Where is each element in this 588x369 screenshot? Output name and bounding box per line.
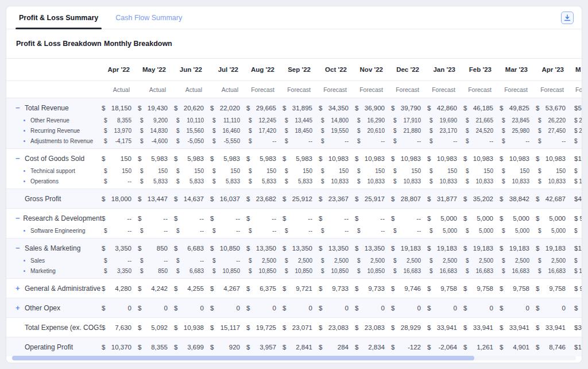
value-cell: $23,071: [283, 320, 319, 335]
dollar-sign: $: [319, 155, 322, 162]
value-text: --: [164, 228, 168, 234]
value-cell: $-2,064: [427, 340, 463, 354]
download-icon: [564, 14, 571, 21]
value-text: 150: [121, 155, 131, 162]
value-text: 53,670: [546, 105, 566, 112]
table-section: Operating Profit$10,370$8,355$3,699$920$…: [6, 337, 582, 356]
value-text: --: [453, 138, 457, 144]
horizontal-scrollbar-thumb[interactable]: [12, 356, 474, 360]
value-text: 2,500: [515, 257, 529, 264]
value-cell: $19,430: [138, 101, 174, 115]
row-label-cell: Recurring Revenue: [6, 125, 102, 136]
accounting-value: $33,941: [536, 324, 566, 331]
accounting-value: $4,280: [102, 285, 131, 292]
dollar-sign: $: [536, 305, 539, 312]
column-header-month: Jul '22: [210, 59, 246, 80]
value-text: 19,183: [509, 245, 529, 252]
value-cell: $36,900: [355, 101, 391, 115]
value-cell: $3,350: [102, 241, 138, 255]
value-text: 150: [411, 168, 421, 174]
accounting-value: $19,183: [427, 245, 457, 252]
accounting-value: $10,850: [321, 268, 349, 274]
dollar-sign: $: [176, 268, 180, 274]
accounting-value: $28,807: [391, 195, 421, 202]
value-cell: $19,183: [463, 241, 500, 255]
value-cell: $--: [319, 211, 355, 225]
row-label: Sales: [30, 257, 45, 264]
accounting-value: $9,721: [283, 285, 312, 292]
value-cell: $--: [283, 136, 319, 146]
value-text: 10,833: [331, 178, 349, 184]
tab-profit-loss-summary[interactable]: Profit & Loss Summary: [16, 14, 102, 29]
row-label: Operations: [30, 178, 59, 184]
horizontal-scrollbar-track[interactable]: [12, 356, 576, 360]
dollar-sign: $: [319, 285, 322, 292]
value-cell: $150: [355, 166, 391, 176]
column-header-period-type: Forecast: [283, 81, 319, 98]
value-cell: $2,841: [283, 340, 319, 354]
download-button[interactable]: [561, 11, 574, 24]
row-label: Technical support: [30, 168, 75, 174]
value-cell: $9,733: [319, 281, 355, 295]
value-cell: $19,725: [246, 320, 283, 335]
value-cell: $23,170: [427, 125, 463, 136]
value-text: 150: [520, 168, 529, 174]
value-text: 20,620: [184, 105, 204, 112]
value-cell: $22,020: [210, 101, 246, 115]
dollar-sign: $: [500, 344, 503, 351]
value-text: 39,790: [401, 105, 421, 112]
dollar-sign: $: [249, 138, 252, 144]
accounting-value: $5,833: [285, 178, 312, 184]
collapse-toggle-icon[interactable]: −: [16, 214, 23, 222]
dollar-sign: $: [466, 117, 469, 124]
value-cell: $10,833: [427, 176, 463, 186]
value-text: -5,550: [224, 138, 240, 144]
accounting-value: $10,833: [321, 178, 349, 184]
accounting-value: $39,790: [391, 105, 421, 112]
dollar-sign: $: [246, 245, 250, 252]
accounting-value: $19,183: [500, 245, 529, 252]
dollar-sign: $: [176, 178, 180, 184]
collapse-toggle-icon[interactable]: −: [16, 154, 25, 163]
value-cell: $--: [102, 225, 138, 236]
tab-cash-flow-summary[interactable]: Cash Flow Summary: [112, 14, 185, 29]
value-cell: $10,833: [319, 176, 355, 186]
value-text: 0: [200, 305, 204, 312]
bullet-icon: [24, 120, 25, 121]
dollar-sign: $: [138, 245, 141, 252]
dollar-sign: $: [393, 168, 397, 174]
value-text: --: [163, 215, 168, 222]
column-header-period-type: Forecast: [391, 81, 427, 98]
clipped-value-cell: $4: [572, 191, 582, 206]
value-text: --: [235, 215, 240, 222]
column-header-period-type: Forecast: [246, 81, 283, 98]
bullet-icon: [24, 130, 25, 132]
dollar-sign: $: [246, 324, 250, 331]
row-label: Adjustments to Revenue: [30, 138, 93, 144]
collapse-toggle-icon[interactable]: −: [16, 103, 25, 112]
column-header-period-type: Actual: [102, 81, 138, 98]
value-cell: $18,150: [102, 101, 138, 115]
accounting-value: $--: [140, 257, 168, 264]
accounting-value: $10,110: [176, 117, 204, 124]
accounting-value: $--: [430, 138, 457, 144]
dollar-sign: $: [249, 268, 252, 274]
collapse-toggle-icon[interactable]: −: [16, 244, 25, 252]
expand-toggle-icon[interactable]: +: [16, 303, 25, 312]
value-text: -122: [408, 344, 421, 351]
value-text: 27,450: [548, 128, 566, 134]
column-header-month: Nov '22: [355, 59, 391, 80]
clipped-value-cell: $: [572, 136, 582, 146]
expand-toggle-icon[interactable]: +: [16, 284, 25, 293]
accounting-value: $10,983: [536, 155, 566, 162]
value-cell: $10,850: [283, 266, 319, 276]
dollar-sign: $: [355, 285, 358, 292]
value-cell: $10,938: [174, 320, 210, 335]
value-cell: $16,460: [210, 125, 246, 136]
dollar-sign: $: [176, 117, 180, 124]
dollar-sign: $: [246, 215, 250, 222]
value-cell: $--: [427, 136, 463, 146]
accounting-value: $--: [538, 138, 566, 144]
row-label-column-spacer: [6, 59, 102, 80]
row-label: Cost of Goods Sold: [25, 155, 84, 163]
